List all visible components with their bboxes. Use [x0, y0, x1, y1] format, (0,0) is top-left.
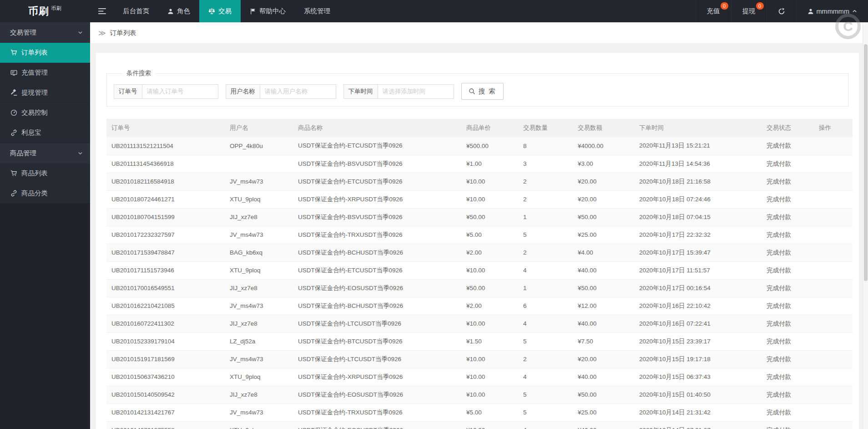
recharge-nav-button[interactable]: 充值 0: [696, 0, 731, 22]
table-cell: [814, 244, 853, 261]
table-row-3: UB2010182116584918JV_ms4w73USDT保证金合约-ETC…: [106, 173, 853, 190]
table-cell: ¥25.00: [573, 226, 634, 244]
table-cell: USDT保证金合约-ETCUSDT当季0926: [293, 137, 461, 155]
table-cell: USDT保证金合约-EOSUSDT当季0926: [293, 421, 461, 429]
table-cell: 2: [518, 244, 573, 261]
search-field-group-2: 用户名称: [226, 84, 336, 99]
sidebar-item-4[interactable]: 提现管理: [0, 83, 90, 103]
table-cell: 完成付款: [762, 137, 814, 155]
column-header: 订单号: [106, 119, 225, 137]
table-cell: USDT保证金合约-EOSUSDT当季0926: [293, 279, 461, 297]
search-icon: [469, 88, 475, 95]
table-cell: USDT保证金合约-EOSUSDT当季0926: [293, 386, 461, 403]
table-cell: UB2010142131421767: [106, 403, 225, 421]
table-cell: ¥40.00: [573, 368, 634, 386]
sidebar-group-1[interactable]: 交易管理: [0, 22, 90, 43]
sidebar-collapse-button[interactable]: [90, 0, 114, 22]
withdraw-nav-button[interactable]: 提现 0: [731, 0, 767, 22]
orders-table-wrap: 订单号用户名商品名称商品单价交易数量交易数额下单时间交易状态操作 UB20111…: [106, 119, 848, 429]
table-cell: ¥3.00: [573, 155, 634, 173]
nav-item-5[interactable]: 系统管理: [295, 0, 339, 22]
table-cell: [814, 155, 853, 173]
table-cell: 完成付款: [762, 350, 814, 368]
table-cell: UB2010171539478847: [106, 244, 225, 261]
table-cell: 4: [518, 261, 573, 279]
scrollbar-thumb[interactable]: [864, 44, 868, 281]
table-cell: 5: [518, 332, 573, 350]
table-cell: 完成付款: [762, 421, 814, 429]
table-cell: 完成付款: [762, 155, 814, 173]
table-cell: [814, 173, 853, 190]
sidebar-item-2[interactable]: 订单列表: [0, 43, 90, 63]
sidebar-item-label: 交易控制: [21, 108, 48, 117]
sidebar-item-9[interactable]: 商品分类: [0, 184, 90, 204]
search-panel-legend: 条件搜索: [122, 69, 156, 77]
brand-logo: 币刷币刷: [0, 0, 90, 22]
search-button-label: 搜 索: [479, 87, 496, 96]
nav-item-label: 交易: [218, 7, 232, 15]
table-cell: [814, 386, 853, 403]
gavel-icon: [10, 89, 17, 96]
table-cell: [814, 226, 853, 244]
brand-logo-text: 币刷: [28, 5, 49, 18]
table-cell: 完成付款: [762, 261, 814, 279]
sidebar-item-3[interactable]: 充值管理: [0, 63, 90, 83]
table-cell: UB2010170016549551: [106, 279, 225, 297]
table-cell: USDT保证金合约-BCHUSDT当季0926: [293, 297, 461, 315]
column-header: 用户名: [225, 119, 293, 137]
withdraw-label: 提现: [742, 7, 756, 15]
table-cell: ¥20.00: [573, 173, 634, 190]
table-cell: ¥50.00: [573, 279, 634, 297]
person-icon: [167, 8, 174, 15]
table-cell: 1: [518, 279, 573, 297]
chevron-down-icon: [78, 22, 83, 43]
search-input-1[interactable]: [142, 85, 218, 98]
column-header: 操作: [814, 119, 853, 137]
user-menu[interactable]: mmmmmm: [796, 0, 868, 22]
search-row: 订单号用户名称下单时间 搜 索: [114, 83, 841, 100]
table-cell: ¥1.50: [461, 332, 518, 350]
table-cell: ¥2.00: [461, 297, 518, 315]
table-cell: JIJ_xz7e8: [225, 279, 293, 297]
table-cell: ¥20.00: [573, 350, 634, 368]
table-cell: USDT保证金合约-BCHUSDT当季0926: [293, 244, 461, 261]
table-cell: ¥5.00: [461, 403, 518, 421]
search-button[interactable]: 搜 索: [461, 83, 504, 100]
search-input-3[interactable]: [378, 85, 454, 98]
table-cell: 2020年10月18日 07:04:15: [634, 208, 762, 226]
table-cell: ¥7.50: [573, 332, 634, 350]
table-cell: UB2010180704151599: [106, 208, 225, 226]
sidebar-item-8[interactable]: 商品列表: [0, 163, 90, 184]
table-cell: JV_ms4w73: [225, 226, 293, 244]
table-cell: UB2010162210421085: [106, 297, 225, 315]
column-header: 下单时间: [634, 119, 762, 137]
search-field-label: 订单号: [114, 85, 142, 98]
nav-item-3[interactable]: 交易: [199, 0, 241, 22]
table-cell: JV_ms4w73: [225, 350, 293, 368]
sidebar-item-5[interactable]: 交易控制: [0, 103, 90, 123]
table-cell: 完成付款: [762, 244, 814, 261]
gauge-icon: [10, 109, 17, 116]
table-cell: 2020年10月15日 23:39:17: [634, 332, 762, 350]
nav-item-2[interactable]: 角色: [158, 0, 199, 22]
search-panel: 条件搜索 订单号用户名称下单时间 搜 索: [106, 69, 848, 107]
table-cell: UB2010180724461271: [106, 190, 225, 208]
table-cell: USDT保证金合约-BSVUSDT当季0926: [293, 208, 461, 226]
table-cell: ¥500.00: [461, 137, 518, 155]
vertical-scrollbar[interactable]: [863, 22, 868, 429]
nav-item-label: 系统管理: [304, 7, 330, 15]
table-cell: JV_ms4w73: [225, 403, 293, 421]
search-input-2[interactable]: [260, 85, 336, 98]
column-header: 商品单价: [461, 119, 518, 137]
sidebar-group-7[interactable]: 商品管理: [0, 143, 90, 163]
table-cell: 完成付款: [762, 297, 814, 315]
table-cell: [814, 368, 853, 386]
nav-item-1[interactable]: 后台首页: [114, 0, 158, 22]
table-cell: 2020年10月16日 22:10:42: [634, 297, 762, 315]
refresh-button[interactable]: [767, 0, 796, 22]
table-cell: UB2011131521211504: [106, 137, 225, 155]
table-cell: 4: [518, 421, 573, 429]
nav-item-4[interactable]: 帮助中心: [241, 0, 295, 22]
table-cell: 完成付款: [762, 332, 814, 350]
sidebar-item-6[interactable]: 利息宝: [0, 123, 90, 143]
